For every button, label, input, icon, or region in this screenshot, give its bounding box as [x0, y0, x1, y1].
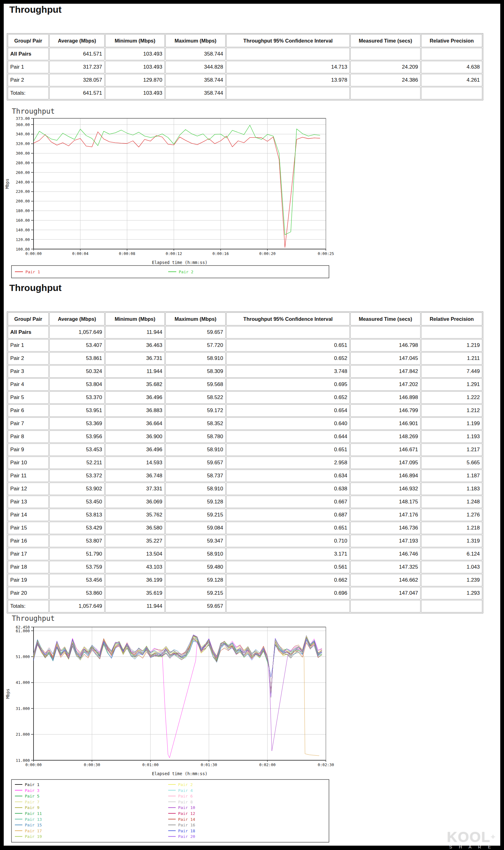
column-header: Group/ Pair [8, 312, 49, 326]
value-cell: 146.894 [350, 470, 420, 482]
x-tick-label: 0:02:00 [259, 762, 275, 767]
value-cell: 14.713 [226, 61, 350, 73]
column-header: Average (Mbps) [49, 312, 105, 326]
x-tick-label: 0:01:30 [201, 762, 217, 767]
value-cell: 53.456 [49, 574, 105, 586]
y-tick-label: 160.00 [16, 218, 30, 223]
y-tick-label: 31.000 [16, 706, 30, 711]
legend-entry-label: Pair 13 [25, 817, 42, 822]
value-cell: 5.665 [421, 456, 482, 469]
y-tick-label: 260.00 [16, 170, 30, 175]
row-label-cell: Pair 7 [8, 417, 49, 430]
value-cell: 53.860 [49, 587, 105, 600]
value-cell [350, 600, 420, 612]
value-cell: 1.276 [421, 509, 482, 521]
value-cell: 59.128 [165, 496, 226, 508]
value-cell: 24.209 [350, 61, 420, 73]
value-cell: 146.898 [350, 391, 420, 404]
value-cell: 3.748 [226, 365, 350, 378]
value-cell [226, 87, 350, 99]
row-label-cell: Pair 8 [8, 430, 49, 443]
value-cell: 59.215 [165, 587, 226, 600]
table-row: Pair 1953.45636.19959.1280.662146.6621.2… [8, 574, 482, 586]
throughput-summary-table-2pair: Group/ PairAverage (Mbps)Minimum (Mbps)M… [7, 33, 483, 100]
legend-entry-label: Pair 15 [25, 823, 42, 827]
value-cell: 1.199 [421, 417, 482, 430]
row-label-cell: Pair 18 [8, 561, 49, 573]
row-label-cell: Pair 10 [8, 456, 49, 469]
value-cell: 4.638 [421, 61, 482, 73]
value-cell: 0.662 [226, 574, 350, 586]
column-header: Relative Precision [421, 34, 482, 47]
legend-entry-label: Pair 4 [178, 788, 193, 793]
table-row: Pair 853.95636.90058.7800.644148.2691.19… [8, 430, 482, 443]
value-cell: 36.463 [105, 339, 165, 351]
y-tick-label: 340.00 [16, 132, 30, 136]
value-cell: 1.217 [421, 444, 482, 456]
value-cell: 13.978 [226, 74, 350, 86]
legend-entry-label: Pair 12 [178, 811, 195, 816]
value-cell: 148.269 [350, 430, 420, 443]
value-cell: 59.172 [165, 404, 226, 417]
section-title-throughput-1: Throughput [9, 4, 61, 15]
legend: Pair 1Pair 2 [12, 265, 329, 278]
value-cell: 0.667 [226, 496, 350, 508]
y-tick-label: 360.00 [16, 122, 30, 127]
y-tick-label: 373.00 [16, 116, 30, 121]
legend-entry-label: Pair 14 [178, 817, 195, 822]
column-header: Measured Time (secs) [350, 312, 420, 326]
value-cell: 35.762 [105, 509, 165, 521]
value-cell: 59.657 [165, 600, 226, 612]
value-cell: 11.944 [105, 365, 165, 378]
value-cell: 53.861 [49, 352, 105, 365]
table-row: Pair 1052.21114.59359.6572.958147.0955.6… [8, 456, 482, 469]
column-header: Relative Precision [421, 312, 482, 326]
legend-entry-label: Pair 3 [25, 788, 39, 793]
y-axis-title: Mbps [5, 178, 10, 189]
value-cell: 0.654 [226, 404, 350, 417]
y-tick-label: 140.00 [16, 228, 30, 232]
value-cell: 147.045 [350, 352, 420, 365]
column-header: Group/ Pair [8, 34, 49, 47]
report-root: { "sections": [ { "heading": "Throughput… [0, 0, 504, 850]
value-cell: 146.736 [350, 522, 420, 534]
x-tick-label: 0:00:00 [25, 762, 42, 767]
throughput-line-chart-2pair: Throughput373.00360.00340.00320.00300.00… [4, 106, 345, 280]
row-label-cell: Pair 5 [8, 391, 49, 404]
value-cell: 36.883 [105, 404, 165, 417]
value-cell: 59.084 [165, 522, 226, 534]
value-cell: 0.634 [226, 470, 350, 482]
row-label-cell: Pair 11 [8, 470, 49, 482]
value-cell [226, 48, 350, 60]
y-tick-label: 200.00 [16, 199, 30, 204]
x-tick-label: 0:00:30 [84, 762, 100, 767]
legend-entry-label: Pair 2 [179, 270, 193, 274]
table-row: Pair 653.95136.88359.1720.654146.7991.21… [8, 404, 482, 417]
value-cell: 14.593 [105, 456, 165, 469]
table-row: Pair 1653.80735.22759.3470.710147.1931.3… [8, 535, 482, 547]
series-line-pair-6 [34, 635, 322, 693]
gridlines [34, 627, 326, 760]
x-tick-label: 0:00:04 [72, 251, 88, 256]
value-cell: 1.187 [421, 470, 482, 482]
value-cell: 0.644 [226, 430, 350, 443]
legend-entry-label: Pair 11 [25, 811, 42, 816]
x-tick-label: 0:00:00 [25, 251, 42, 256]
value-cell: 53.807 [49, 535, 105, 547]
value-cell: 0.640 [226, 417, 350, 430]
series-line-pair-13 [34, 635, 322, 695]
value-cell: 147.176 [350, 509, 420, 521]
value-cell: 11.944 [105, 600, 165, 612]
value-cell: 53.429 [49, 522, 105, 534]
column-header: Throughput 95% Confidence Interval [226, 312, 350, 326]
value-cell: 36.199 [105, 574, 165, 586]
row-label-cell: Pair 3 [8, 365, 49, 378]
value-cell: 53.956 [49, 430, 105, 443]
value-cell: 59.480 [165, 561, 226, 573]
value-cell: 1.293 [421, 587, 482, 600]
value-cell: 36.900 [105, 430, 165, 443]
x-tick-label: 0:02:30 [318, 762, 334, 767]
column-header: Average (Mbps) [49, 34, 105, 47]
plot-frame [34, 627, 326, 760]
series-line-pair-5 [34, 635, 322, 694]
